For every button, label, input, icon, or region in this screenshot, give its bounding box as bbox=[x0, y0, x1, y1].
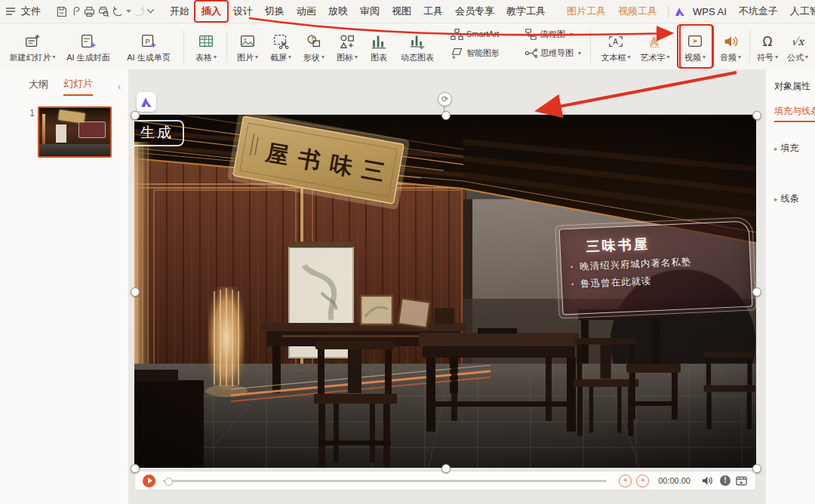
chart-icon bbox=[370, 32, 388, 52]
ribbon-button-smartart[interactable]: SmartArt bbox=[450, 27, 522, 41]
playback-info-icon[interactable]: ! bbox=[720, 475, 730, 486]
wordart-icon: A bbox=[646, 32, 664, 52]
play-button[interactable] bbox=[143, 475, 155, 487]
print-icon[interactable] bbox=[83, 3, 96, 20]
ribbon-button-symbol[interactable]: Ω 符号 bbox=[752, 26, 783, 67]
progress-slider[interactable] bbox=[163, 480, 607, 482]
ribbon-label: 视频 bbox=[684, 54, 706, 62]
flowchart-icon bbox=[524, 27, 537, 41]
undo-icon[interactable] bbox=[112, 3, 125, 20]
ribbon-button-chart[interactable]: 图表 bbox=[364, 26, 394, 67]
tab-home[interactable]: 开始 bbox=[164, 2, 195, 21]
selection-handle-bottom-center[interactable] bbox=[441, 464, 451, 473]
ribbon-button-screenshot[interactable]: 截屏 bbox=[264, 26, 297, 67]
svg-text:A: A bbox=[613, 38, 618, 46]
selection-handle-middle-left[interactable] bbox=[131, 287, 140, 297]
slider-knob[interactable] bbox=[165, 478, 173, 486]
selection-handle-middle-right[interactable] bbox=[752, 287, 761, 297]
ribbon-label: SmartArt bbox=[466, 29, 499, 38]
svg-text:A: A bbox=[650, 35, 659, 48]
ribbon-label: 图片 bbox=[237, 54, 258, 62]
selection-handle-top-center[interactable] bbox=[441, 111, 451, 120]
ribbon-button-shape[interactable]: 形状 bbox=[297, 26, 331, 67]
flowchart-group: 流程图 思维导图 bbox=[524, 27, 587, 60]
ribbon-button-smart-graphic[interactable]: 智能图形 bbox=[450, 46, 522, 60]
print-preview-icon[interactable] bbox=[97, 3, 110, 20]
slide-list-item[interactable]: 1 bbox=[0, 106, 128, 158]
ribbon-button-video[interactable]: 视频 bbox=[678, 26, 712, 67]
slide-canvas[interactable]: 屋书味三 生成 三味书屋 晚清绍兴府城内著名私塾 鲁迅曾在此就读 bbox=[128, 69, 766, 504]
tab-transition[interactable]: 切换 bbox=[259, 2, 291, 21]
undo-dropdown-icon[interactable] bbox=[126, 3, 131, 20]
selection-handle-bottom-right[interactable] bbox=[752, 464, 761, 473]
tab-tools[interactable]: 工具 bbox=[417, 2, 449, 21]
main-menu-icon[interactable] bbox=[5, 3, 16, 20]
selection-handle-bottom-left[interactable] bbox=[131, 464, 140, 473]
ribbon-button-new-slide[interactable]: 新建幻灯片 bbox=[3, 26, 62, 67]
ribbon-button-ai-page[interactable]: P AI 生成单页 bbox=[118, 26, 180, 67]
tab-slideshow[interactable]: 放映 bbox=[322, 2, 354, 21]
ribbon-button-formula[interactable]: √x 公式 bbox=[783, 26, 813, 67]
tab-design[interactable]: 设计 bbox=[227, 2, 259, 21]
slide-thumbnail[interactable] bbox=[38, 106, 112, 158]
divider bbox=[226, 30, 227, 63]
tab-membership[interactable]: 会员专享 bbox=[449, 2, 500, 21]
tab-picture-tools[interactable]: 图片工具 bbox=[561, 2, 612, 21]
rotate-handle[interactable] bbox=[438, 92, 452, 106]
menu-ai-assistant[interactable]: 人工智能 bbox=[784, 2, 815, 21]
collapse-panel-icon[interactable]: ‹ bbox=[118, 81, 121, 92]
section-fill[interactable]: 填充 bbox=[774, 142, 815, 155]
wps-ai-float-button[interactable] bbox=[137, 92, 156, 112]
menu-bukeng-box[interactable]: 不坑盒子 bbox=[733, 2, 784, 21]
formula-icon: √x bbox=[792, 32, 804, 52]
ribbon-label: 动态图表 bbox=[401, 54, 434, 62]
selection-handle-top-left[interactable] bbox=[131, 111, 140, 120]
skip-forward-button[interactable]: » bbox=[636, 475, 649, 487]
tab-video-tools[interactable]: 视频工具 bbox=[612, 2, 663, 21]
ribbon-button-mindmap[interactable]: 思维导图 bbox=[524, 46, 587, 60]
tab-outline[interactable]: 大纲 bbox=[29, 78, 48, 95]
skip-back-button[interactable]: « bbox=[619, 475, 632, 487]
selection-handle-top-right[interactable] bbox=[752, 111, 761, 120]
tab-teaching-tools[interactable]: 教学工具 bbox=[500, 2, 552, 21]
ribbon-button-icon-library[interactable]: 图标 bbox=[331, 26, 364, 67]
redo-icon[interactable] bbox=[133, 3, 146, 20]
ribbon-label: 流程图 bbox=[540, 29, 565, 40]
divider bbox=[668, 6, 669, 17]
ribbon-button-picture[interactable]: 图片 bbox=[231, 26, 264, 67]
ribbon-button-ai-cover[interactable]: AI 生成封面 bbox=[57, 26, 119, 67]
ai-page-icon: P bbox=[140, 32, 158, 52]
menu-wps-ai[interactable]: WPS AI bbox=[687, 3, 733, 20]
ribbon-label: 新建幻灯片 bbox=[9, 54, 55, 62]
table-icon bbox=[197, 32, 215, 52]
thumb-info-panel bbox=[78, 121, 106, 138]
ribbon-button-flowchart[interactable]: 流程图 bbox=[524, 27, 587, 41]
ribbon-label: 形状 bbox=[303, 54, 324, 62]
ribbon-button-textbox[interactable]: A 文本框 bbox=[596, 26, 635, 67]
ribbon-button-dynamic-chart[interactable]: 动态图表 bbox=[394, 26, 441, 67]
ribbon-button-audio[interactable]: 音频 bbox=[715, 26, 746, 67]
export-icon[interactable] bbox=[69, 3, 82, 20]
ribbon-toolbar: 新建幻灯片 AI 生成封面 P AI 生成单页 表格 图片 截屏 形状 bbox=[0, 23, 815, 70]
tab-review[interactable]: 审阅 bbox=[354, 2, 386, 21]
tab-insert[interactable]: 插入 bbox=[195, 2, 227, 21]
ribbon-button-wordart[interactable]: A 艺术字 bbox=[635, 26, 675, 67]
tab-view[interactable]: 视图 bbox=[386, 2, 417, 21]
symbol-icon: Ω bbox=[763, 32, 773, 52]
ribbon-button-table[interactable]: 表格 bbox=[189, 26, 223, 67]
section-line[interactable]: 线条 bbox=[774, 192, 815, 205]
video-settings-icon[interactable] bbox=[735, 475, 748, 487]
tab-slides[interactable]: 幻灯片 bbox=[63, 77, 93, 96]
volume-icon[interactable] bbox=[701, 475, 714, 487]
picture-icon bbox=[238, 32, 257, 52]
tab-fill-and-line[interactable]: 填充与线条 bbox=[774, 105, 815, 122]
info-panel-title: 三味书屋 bbox=[586, 231, 749, 256]
audio-icon bbox=[721, 32, 740, 52]
menu-file[interactable]: 文件 bbox=[17, 2, 45, 20]
save-icon[interactable] bbox=[55, 3, 68, 20]
chevron-down-icon[interactable] bbox=[147, 3, 154, 20]
video-icon bbox=[686, 32, 704, 52]
info-panel-bullet: 晚清绍兴府城内著名私塾 bbox=[570, 254, 750, 274]
tab-animation[interactable]: 动画 bbox=[291, 2, 322, 21]
video-object[interactable]: 屋书味三 生成 三味书屋 晚清绍兴府城内著名私塾 鲁迅曾在此就读 bbox=[134, 115, 756, 468]
